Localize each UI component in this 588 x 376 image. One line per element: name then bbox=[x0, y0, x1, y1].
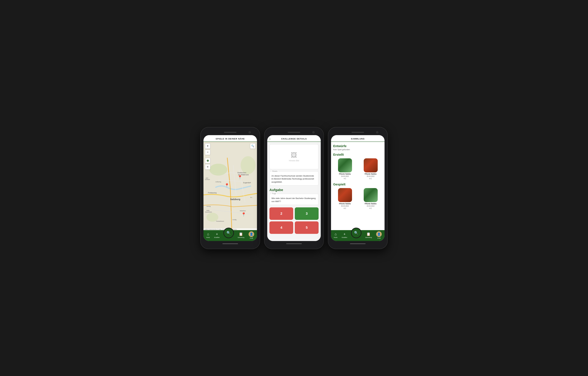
svg-text:Wals-: Wals- bbox=[206, 210, 210, 211]
nav-huntz-1[interactable]: ⌂ Huntz bbox=[206, 232, 210, 238]
zoom-in-button[interactable]: + bbox=[205, 144, 210, 149]
nav-huntz-3[interactable]: ⌂ Huntz bbox=[334, 232, 337, 238]
sammlung-scroll[interactable]: Entwürfe Kein Spiel gefunden Erstellt FH… bbox=[331, 142, 385, 230]
game-date-gespielt-1: 25.03.2022 bbox=[341, 205, 349, 207]
home-indicator-1 bbox=[222, 243, 238, 244]
hint-image-box: 🖼 Hinweis Bild bbox=[269, 144, 319, 169]
svg-text:Grödig: Grödig bbox=[232, 219, 236, 221]
gespielt-games-grid: FHuntz Salzbu 25.03.2022 6 C FHuntz Salz… bbox=[333, 188, 382, 209]
map-header: SPIELE IN DEINER NÄHE bbox=[203, 135, 257, 142]
nav-entdecken-3[interactable]: 🔍 bbox=[352, 228, 361, 238]
svg-text:Ainring: Ainring bbox=[206, 206, 211, 207]
hint-text: An dieser Fachhochschule werden Studiere… bbox=[272, 174, 316, 184]
nav-erstellen-label-3: Erstellen bbox=[342, 237, 347, 238]
challenge-scroll[interactable]: 🖼 Hinweis Bild Hinweis An dieser Fachhoc… bbox=[267, 142, 321, 241]
nav-profil-3[interactable]: 👤 Profil bbox=[376, 231, 382, 239]
notch-bar-2 bbox=[267, 130, 321, 134]
frage-box: Frage Wie viele Jahre dauert der Bachelo… bbox=[269, 194, 319, 205]
svg-text:Eugendorf: Eugendorf bbox=[243, 182, 251, 184]
svg-text:Siezenheim: Siezenheim bbox=[205, 211, 212, 213]
map-title: SPIELE IN DEINER NÄHE bbox=[216, 138, 245, 140]
svg-text:📍: 📍 bbox=[238, 175, 242, 179]
svg-point-2 bbox=[241, 156, 256, 174]
nav-sammlung-1[interactable]: 📋 Sammlung bbox=[238, 232, 244, 238]
game-thumb-erstellt-2 bbox=[364, 158, 378, 172]
screen-content-3: SAMMLUNG Entwürfe Kein Spiel gefunden Er… bbox=[331, 135, 385, 241]
svg-text:Ko...: Ko... bbox=[250, 197, 253, 198]
answers-grid: 2 3 4 5 bbox=[269, 207, 319, 234]
gespielt-title: Gespielt bbox=[333, 183, 382, 186]
svg-text:Freilassing: Freilassing bbox=[208, 192, 217, 194]
screen-content-2: ‹ CHALLENGE DETAILS 🖼 Hinweis Bild Hinwe… bbox=[267, 135, 321, 241]
game-count-erstellt-2: 6 C bbox=[369, 178, 372, 179]
back-button[interactable]: ‹ bbox=[269, 137, 271, 141]
challenge-title: CHALLENGE DETAILS bbox=[281, 138, 307, 140]
home-bar-3 bbox=[331, 242, 385, 246]
zoom-out-button[interactable]: − bbox=[205, 150, 210, 155]
game-count-gespielt-1: 6 C bbox=[344, 208, 346, 209]
game-thumb-gespielt-2 bbox=[364, 188, 378, 202]
bottom-nav-1: ⌂ Huntz + Erstellen 🔍 📋 Sammlung bbox=[203, 230, 257, 241]
game-date-gespielt-2: 24.03.2022 bbox=[367, 205, 374, 207]
nav-profil-label-1: Profil bbox=[250, 237, 253, 239]
nav-entdecken-1[interactable]: 🔍 bbox=[224, 228, 233, 238]
svg-text:dorf-: dorf- bbox=[206, 177, 209, 179]
hint-label: Hinweis bbox=[272, 170, 278, 172]
avatar-1: 👤 bbox=[249, 231, 254, 237]
plus-icon-3: + bbox=[344, 232, 346, 236]
sammlung-title: SAMMLUNG bbox=[351, 138, 365, 140]
camera-3 bbox=[376, 131, 378, 133]
erstellt-games-grid: FHuntz Salzbu 24.03.2022 4 C FHuntz Salz… bbox=[333, 158, 382, 179]
phone-1: SPIELE IN DEINER NÄHE bbox=[201, 127, 260, 249]
answer-2-button[interactable]: 2 bbox=[269, 207, 293, 220]
plus-icon-1: + bbox=[216, 232, 218, 236]
challenge-header: ‹ CHALLENGE DETAILS bbox=[267, 135, 321, 142]
game-card-erstellt-1[interactable]: FHuntz Salzbu 24.03.2022 4 C bbox=[333, 158, 357, 179]
phone-3: SAMMLUNG Entwürfe Kein Spiel gefunden Er… bbox=[328, 127, 387, 249]
map-search-button[interactable]: 🔍 bbox=[250, 144, 255, 149]
game-card-gespielt-1[interactable]: FHuntz Salzbu 25.03.2022 6 C bbox=[333, 188, 357, 209]
home-bar-1 bbox=[203, 242, 257, 246]
answer-5-button[interactable]: 5 bbox=[295, 221, 319, 234]
layers-button[interactable]: ≡ bbox=[205, 164, 210, 170]
screen-2: ‹ CHALLENGE DETAILS 🖼 Hinweis Bild Hinwe… bbox=[267, 135, 321, 241]
nav-sammlung-3[interactable]: 📋 Sammlung bbox=[365, 232, 372, 238]
game-card-gespielt-2[interactable]: FHuntz Salzbu 24.03.2022 4 C bbox=[359, 188, 382, 209]
nav-huntz-label-3: Huntz bbox=[334, 237, 337, 238]
avatar-3: 👤 bbox=[376, 231, 382, 237]
game-card-erstellt-2[interactable]: FHuntz Salzbu 25.03.2022 6 C bbox=[359, 158, 382, 179]
nav-profil-1[interactable]: 👤 Profil bbox=[249, 231, 254, 239]
game-count-gespielt-2: 4 C bbox=[369, 208, 372, 209]
notch-bar-1 bbox=[203, 130, 257, 134]
nav-huntz-label-1: Huntz bbox=[206, 237, 210, 238]
nav-erstellen-3[interactable]: + Erstellen bbox=[342, 232, 347, 238]
map-container: Seekirchen am Wallersee Eugendorf Freila… bbox=[203, 142, 257, 230]
nav-erstellen-1[interactable]: + Erstellen bbox=[214, 232, 220, 238]
game-name-gespielt-2: FHuntz Salzbu bbox=[365, 203, 377, 205]
screen-1: SPIELE IN DEINER NÄHE bbox=[203, 135, 257, 241]
answer-4-button[interactable]: 4 bbox=[269, 221, 293, 234]
home-icon-3: ⌂ bbox=[335, 232, 337, 236]
list-icon-1: 📋 bbox=[239, 232, 243, 236]
frage-label: Frage bbox=[272, 193, 277, 194]
nav-sammlung-label-3: Sammlung bbox=[365, 237, 372, 238]
camera-2 bbox=[312, 131, 315, 133]
phone-2: ‹ CHALLENGE DETAILS 🖼 Hinweis Bild Hinwe… bbox=[264, 127, 324, 249]
svg-text:Anthering: Anthering bbox=[215, 181, 221, 182]
map-controls: + − ⊕ ≡ bbox=[205, 144, 210, 170]
entwuerfe-subtitle: Kein Spiel gefunden bbox=[333, 149, 382, 151]
speaker-3 bbox=[352, 132, 364, 133]
map-svg: Seekirchen am Wallersee Eugendorf Freila… bbox=[203, 142, 257, 230]
svg-text:Elsbethen: Elsbethen bbox=[240, 210, 246, 211]
screen-3: SAMMLUNG Entwürfe Kein Spiel gefunden Er… bbox=[331, 135, 385, 241]
frage-text: Wie viele Jahre dauert der Bachelor-Stud… bbox=[272, 197, 316, 203]
locate-button[interactable]: ⊕ bbox=[205, 158, 210, 163]
hint-image-label: Hinweis Bild bbox=[289, 160, 299, 162]
answer-3-button[interactable]: 3 bbox=[295, 207, 319, 220]
svg-text:📍: 📍 bbox=[241, 212, 246, 217]
game-name-erstellt-2: FHuntz Salzbu bbox=[365, 173, 377, 175]
svg-point-1 bbox=[209, 164, 227, 176]
nav-erstellen-label-1: Erstellen bbox=[214, 237, 220, 238]
bottom-nav-3: ⌂ Huntz + Erstellen 🔍 📋 Sammlung bbox=[331, 230, 385, 241]
svg-text:Salzburg: Salzburg bbox=[230, 198, 240, 200]
